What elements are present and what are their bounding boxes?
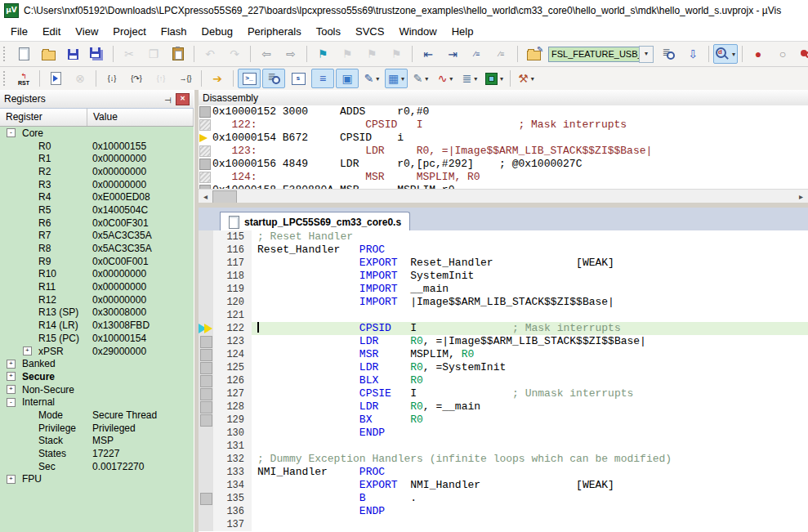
source-line[interactable]: 134 EXPORT NMI_Handler [WEAK] — [199, 479, 808, 492]
register-row[interactable]: R10x00000000 — [0, 152, 194, 165]
define-combo-value[interactable]: FSL_FEATURE_USB_USB_F — [548, 47, 639, 62]
disassembly-window-button[interactable] — [262, 69, 285, 88]
disassembly-gutter[interactable] — [199, 118, 212, 132]
source-line[interactable]: 129 BX R0 — [199, 414, 808, 427]
register-row[interactable]: R100x00000000 — [0, 268, 194, 281]
source-code-text[interactable]: BLX R0 — [252, 374, 808, 387]
debug-session-dropdown-icon[interactable]: ▾ — [732, 51, 735, 58]
source-code-text[interactable] — [252, 440, 808, 453]
disassembly-line[interactable]: 0x10000156 4849 LDR r0,[pc,#292] ; @0x10… — [199, 158, 808, 171]
save-file-button[interactable] — [61, 44, 84, 64]
source-line[interactable]: 135 B . — [199, 492, 808, 505]
serial-window-button[interactable]: s — [287, 69, 310, 88]
source-line[interactable]: 123 LDR R0, =|Image$$ARM_LIB_STACK$$ZI$$… — [199, 335, 808, 348]
define-combo[interactable]: FSL_FEATURE_USB_USB_F▾ — [548, 46, 654, 63]
open-file-button[interactable] — [37, 44, 60, 64]
menu-tools[interactable]: Tools — [309, 23, 348, 40]
column-value[interactable]: Value — [87, 109, 194, 126]
register-row[interactable]: R70x5AC3C35A — [0, 230, 194, 243]
watch-window-button[interactable]: ✎▾ — [360, 69, 383, 88]
disassembly-gutter[interactable] — [199, 171, 212, 184]
disassembly-view[interactable]: 0x10000152 3000 ADDS r0,#0 122: CPSID I … — [199, 105, 808, 189]
breakpoint-margin[interactable] — [199, 230, 213, 244]
source-line[interactable]: 127 CPSIE I ; Unmask interrupts — [199, 387, 808, 400]
define-combo-dropdown-icon[interactable]: ▾ — [639, 46, 654, 63]
disassembly-line[interactable]: 122: CPSID I ; Mask interrupts — [199, 118, 808, 132]
source-code-text[interactable] — [252, 518, 808, 531]
scroll-right-arrow-icon[interactable] — [794, 190, 808, 203]
breakpoint-margin[interactable] — [199, 374, 213, 387]
register-row[interactable]: StackMSP — [0, 435, 194, 448]
register-row[interactable]: -Internal — [0, 396, 194, 409]
tree-expander-icon[interactable]: + — [7, 360, 16, 369]
source-line[interactable]: 117 EXPORT Reset_Handler [WEAK] — [199, 257, 808, 270]
breakpoint-margin[interactable] — [199, 348, 213, 361]
disable-all-breakpoints-button[interactable] — [796, 44, 808, 64]
disassembly-line[interactable]: 123: LDR R0, =|Image$$ARM_LIB_STACK$$ZI$… — [199, 145, 808, 158]
register-row[interactable]: Sec0.00172270 — [0, 460, 194, 473]
navigate-back-button[interactable]: ⇦ — [255, 44, 278, 64]
indent-left-button[interactable]: ⇤ — [417, 44, 440, 64]
current-instruction-arrow-icon[interactable] — [199, 132, 212, 145]
serial-viewer-dropdown-icon[interactable]: ▾ — [425, 75, 428, 83]
toolbox-dropdown-icon[interactable]: ▾ — [531, 75, 534, 83]
register-row[interactable]: +FPU — [0, 473, 194, 486]
disassembly-gutter[interactable] — [199, 158, 212, 171]
tree-expander-icon[interactable]: - — [7, 398, 16, 407]
tab-startup-file[interactable]: startup_LPC55S69_cm33_core0.s — [220, 212, 410, 231]
pin-icon[interactable] — [162, 94, 173, 105]
source-code-text[interactable]: EXPORT Reset_Handler [WEAK] — [252, 257, 808, 270]
navigate-forward-button[interactable]: ⇨ — [279, 44, 302, 64]
breakpoint-margin[interactable] — [199, 518, 213, 531]
breakpoint-margin[interactable] — [199, 466, 213, 479]
trace-window-button[interactable]: ≣▾ — [458, 69, 481, 88]
indent-right-button[interactable]: ⇥ — [441, 44, 464, 64]
breakpoint-margin[interactable] — [199, 335, 213, 348]
menu-view[interactable]: View — [68, 23, 105, 40]
breakpoint-margin[interactable] — [199, 270, 213, 283]
disassembly-gutter[interactable] — [199, 145, 212, 158]
disassembly-gutter[interactable] — [199, 105, 212, 118]
registers-list[interactable]: -CoreR00x10000155R10x00000000R20x0000000… — [0, 127, 194, 532]
register-row[interactable]: R40xE000ED08 — [0, 190, 194, 203]
source-line[interactable]: 125 LDR R0, =SystemInit — [199, 361, 808, 374]
register-row[interactable]: R13 (SP)0x30008000 — [0, 306, 194, 320]
source-line[interactable]: 124 MSR MSPLIM, R0 — [199, 348, 808, 361]
registers-window-button[interactable]: ≡ — [311, 69, 334, 88]
breakpoint-margin[interactable] — [199, 492, 213, 505]
register-row[interactable]: +xPSR0x29000000 — [0, 345, 194, 358]
register-row[interactable]: R120x00000000 — [0, 293, 194, 306]
column-register[interactable]: Register — [0, 109, 87, 126]
breakpoint-margin[interactable] — [199, 283, 213, 296]
breakpoint-margin[interactable] — [199, 400, 213, 414]
source-code-text[interactable]: LDR R0, =__main — [252, 400, 808, 414]
source-code-text[interactable]: IMPORT __main — [252, 283, 808, 296]
source-code-text[interactable] — [252, 309, 808, 322]
memory-window-button[interactable]: ▦▾ — [385, 69, 408, 88]
tree-expander-icon[interactable]: + — [23, 346, 32, 355]
source-code-text[interactable]: ENDP — [252, 427, 808, 440]
toggle-bookmark-button[interactable]: ⚑ — [311, 44, 334, 64]
source-line[interactable]: 133NMI_Handler PROC — [199, 466, 808, 479]
breakpoint-margin[interactable] — [199, 257, 213, 270]
register-row[interactable]: +Secure — [0, 370, 194, 383]
show-next-statement-button[interactable]: ➔ — [206, 69, 229, 88]
symbols-window-button[interactable]: ▣ — [336, 69, 359, 88]
source-code-text[interactable]: LDR R0, =|Image$$ARM_LIB_STACK$$ZI$$Base… — [252, 335, 808, 348]
source-code-text[interactable]: BX R0 — [252, 414, 808, 427]
find-in-files-button[interactable] — [522, 44, 545, 64]
source-line[interactable]: 128 LDR R0, =__main — [199, 400, 808, 414]
memory-window-dropdown-icon[interactable]: ▾ — [401, 75, 404, 83]
trace-window-dropdown-icon[interactable]: ▾ — [474, 75, 477, 83]
disassembly-line[interactable]: 124: MSR MSPLIM, R0 — [199, 171, 808, 184]
disassembly-hscrollbar[interactable] — [199, 189, 808, 203]
source-line[interactable]: 115; Reset Handler — [199, 230, 808, 244]
register-row[interactable]: R14 (LR)0x13008FBD — [0, 319, 194, 332]
register-row[interactable]: R110x00000000 — [0, 280, 194, 293]
register-row[interactable]: R15 (PC)0x10000154 — [0, 332, 194, 345]
source-line[interactable]: 122 CPSID I ; Mask interrupts — [199, 322, 808, 335]
menu-flash[interactable]: Flash — [154, 23, 194, 40]
source-code-text[interactable]: B . — [252, 492, 808, 505]
source-code-text[interactable]: IMPORT SystemInit — [252, 270, 808, 283]
menu-file[interactable]: File — [3, 23, 35, 40]
